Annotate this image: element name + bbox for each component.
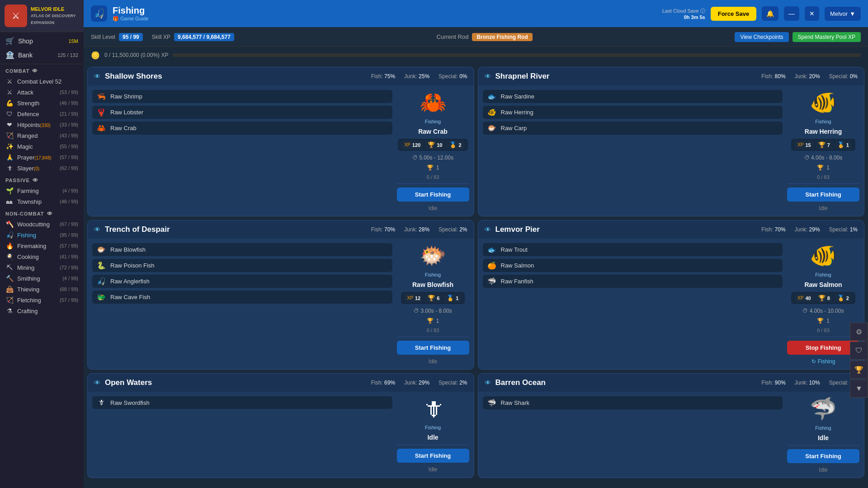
fish-rewards: XP120 🏆10 🏅2	[398, 139, 467, 151]
skill-level-stat: Skill Level 95 / 99	[91, 33, 143, 41]
sidebar-item-bank[interactable]: 🏦 Bank 125 / 132	[0, 48, 84, 62]
fish-name: Raw Shark	[501, 399, 530, 406]
sidebar-item-defence[interactable]: 🛡Defence (21 / 99)	[0, 108, 84, 119]
current-fish-icon: 🐠	[810, 243, 837, 268]
divider	[787, 445, 859, 446]
fish-row: 🐟Raw Sardine	[483, 90, 783, 103]
right-chevron-button[interactable]: ▼	[850, 380, 868, 398]
sidebar-item-strength[interactable]: 💪Strength (46 / 99)	[0, 98, 84, 108]
cloud-save-time: 0h 3m 5s	[662, 14, 705, 20]
fish-rewards: XP40 🏆8 🏅2	[791, 292, 855, 304]
trophy-reward: 🏆6	[425, 294, 442, 302]
fish-row: 🦞Raw Lobster	[92, 106, 392, 119]
fishing-action: 🗡 Fishing Idle Start Fishing Idle	[397, 396, 469, 473]
special-pct: Special: 1%	[829, 226, 858, 233]
mastery-level: 1	[436, 318, 439, 324]
sidebar-item-mining[interactable]: ⛏Mining (72 / 99)	[0, 262, 84, 273]
status-idle: Idle	[429, 205, 437, 211]
fishing-label: Fishing	[815, 272, 831, 277]
right-trophy-button[interactable]: 🏆	[850, 361, 868, 379]
sidebar-item-magic[interactable]: ✨Magic (55 / 99)	[0, 141, 84, 152]
combat-section-header: COMBAT 👁	[0, 64, 84, 76]
spend-mastery-button[interactable]: Spend Mastery Pool XP	[793, 32, 861, 42]
trophy-reward: 🏆8	[816, 294, 833, 302]
close-button[interactable]: ✕	[805, 6, 819, 21]
mastery-row: 🏆 1	[817, 164, 830, 171]
sidebar-item-thieving[interactable]: 👜Thieving (68 / 99)	[0, 284, 84, 295]
combat-level-item[interactable]: ⚔ Combat Level 52	[0, 76, 84, 87]
sidebar-item-firemaking[interactable]: 🔥Firemaking (57 / 99)	[0, 240, 84, 251]
visibility-icon: 👁	[94, 73, 100, 80]
status-idle: Idle	[429, 358, 437, 365]
sidebar-item-smithing[interactable]: 🔨Smithing (4 / 99)	[0, 273, 84, 284]
sidebar-item-hitpoints[interactable]: ❤Hitpoints(330) (33 / 99)	[0, 119, 84, 130]
skill-xp-value: 9,684,577 / 9,684,577	[174, 33, 234, 41]
right-shield-button[interactable]: 🛡	[850, 342, 868, 360]
game-guide-link[interactable]: 🎁 Game Guide	[113, 16, 148, 22]
start-fishing-button-barren[interactable]: Start Fishing	[787, 449, 859, 463]
right-gear-button[interactable]: ⚙	[850, 323, 868, 341]
user-button[interactable]: Melvor ▼	[825, 7, 861, 21]
fishing-label: Fishing	[425, 425, 441, 430]
special-pct: Special: 2%	[439, 380, 467, 386]
start-fishing-button-open[interactable]: Start Fishing	[397, 449, 469, 463]
fish-stats: Fish: 75% Junk: 25% Special: 0%	[371, 73, 467, 80]
sidebar-item-farming[interactable]: 🌱Farming (4 / 99)	[0, 185, 84, 196]
sidebar-item-prayer[interactable]: 🙏Prayer(17,848) (57 / 99)	[0, 152, 84, 163]
location-header-open-waters: 👁 Open Waters Fish: 69% Junk: 29% Specia…	[88, 374, 474, 392]
time-range: ⏱ 5.00s - 12.00s	[412, 155, 453, 161]
current-fish-icon: 🦈	[810, 396, 837, 422]
location-card-open-waters: 👁 Open Waters Fish: 69% Junk: 29% Specia…	[87, 373, 474, 478]
fish-name: Raw Crab	[110, 125, 137, 131]
sidebar-item-fletching[interactable]: 🏹Fletching (57 / 99)	[0, 295, 84, 305]
special-pct: Special: 0%	[829, 73, 858, 80]
sidebar-item-shop[interactable]: 🛒 Shop 15M	[0, 34, 84, 48]
location-name: Open Waters	[105, 378, 367, 387]
divider	[397, 183, 469, 184]
sidebar-item-ranged[interactable]: 🏹Ranged (43 / 99)	[0, 130, 84, 141]
visibility-icon: 👁	[485, 379, 491, 386]
start-fishing-button-shrapnel[interactable]: Start Fishing	[787, 188, 859, 202]
xp-progress-bar	[173, 53, 861, 57]
location-body: 🐡Raw Blowfish 🐍Raw Poison Fish 🎣Raw Angl…	[88, 239, 474, 369]
view-checkpoints-button[interactable]: View Checkpoints	[735, 32, 788, 42]
bank-count: 125 / 132	[57, 52, 78, 58]
current-rod-area: Current Rod Bronze Fishing Rod	[437, 33, 533, 41]
fish-stats: Fish: 80% Junk: 20% Special: 0%	[761, 73, 858, 80]
sidebar-item-cooking[interactable]: 🍳Cooking (41 / 99)	[0, 251, 84, 262]
stats-bar: Skill Level 95 / 99 Skill XP 9,684,577 /…	[84, 27, 868, 47]
special-pct: Special: 2%	[439, 226, 467, 233]
fishing-action: 🐡 Fishing Raw Blowfish XP12 🏆6 🏅1 ⏱ 3.00…	[397, 243, 469, 365]
time-range: ⏱ 4.00s - 10.00s	[802, 308, 844, 314]
fish-row: 🐠Raw Herring	[483, 106, 783, 119]
settings-button[interactable]: —	[784, 6, 799, 21]
fish-name: Raw Lobster	[110, 109, 143, 116]
stop-fishing-button[interactable]: Stop Fishing	[787, 341, 859, 355]
mastery-level: 1	[826, 318, 830, 324]
sidebar-item-woodcutting[interactable]: 🪓Woodcutting (67 / 99)	[0, 219, 84, 230]
cave-fish-icon: 🐲	[96, 293, 107, 301]
location-header-shrapnel: 👁 Shrapnel River Fish: 80% Junk: 20% Spe…	[478, 67, 864, 85]
fishing-label: Fishing	[815, 425, 831, 431]
sidebar-item-attack[interactable]: ⚔Attack (53 / 99)	[0, 87, 84, 98]
fish-name: Raw Cave Fish	[110, 294, 150, 300]
sidebar-item-fishing[interactable]: 🎣Fishing (95 / 99)	[0, 230, 84, 240]
notification-button[interactable]: 🔔	[762, 6, 778, 21]
start-fishing-button-trench[interactable]: Start Fishing	[397, 341, 469, 355]
fish-stats: Fish: 70% Junk: 29% Special: 1%	[761, 226, 858, 233]
sidebar-item-township[interactable]: 🏘Township (48 / 99)	[0, 196, 84, 207]
fishing-action: 🐠 Fishing Raw Salmon XP40 🏆8 🏅2 ⏱ 4.00s …	[787, 243, 859, 365]
fish-rewards: XP15 🏆7 🏅1	[791, 139, 855, 151]
location-name: Shallow Shores	[105, 72, 367, 81]
spinner-icon: ↻	[811, 358, 816, 365]
fish-pct: Fish: 70%	[371, 226, 395, 233]
sidebar-item-slayer[interactable]: 🗡Slayer(0) (62 / 99)	[0, 163, 84, 174]
cloud-save-label: Last Cloud Save ⓘ	[662, 8, 705, 14]
start-fishing-button-shallow[interactable]: Start Fishing	[397, 188, 469, 202]
mastery-row: 🏆 1	[427, 164, 439, 171]
xp-coin-icon: 🪙	[91, 51, 100, 60]
lobster-icon: 🦞	[96, 108, 107, 117]
force-save-button[interactable]: Force Save	[711, 7, 756, 21]
visibility-icon: 👁	[94, 379, 100, 386]
sidebar-item-crafting[interactable]: ⚗Crafting	[0, 305, 84, 316]
